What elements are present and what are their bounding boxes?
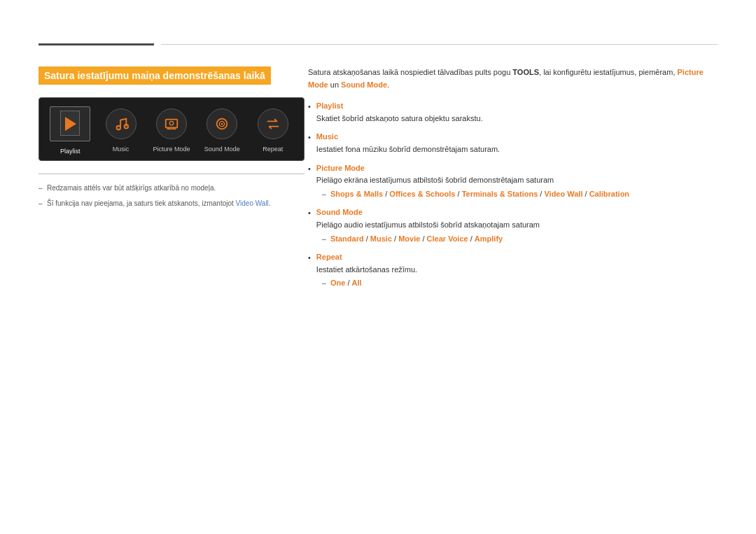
bullet-playlist-desc: Skatiet šobrīd atskaņoto satura objektu … <box>316 114 483 122</box>
svg-point-1 <box>124 125 128 129</box>
left-column: Satura iestatījumu maiņa demonstrēšanas … <box>38 66 304 209</box>
bullet-music: • Music Iestatiet fona mūziku šobrīd dem… <box>308 131 718 155</box>
bullet-sound-mode-desc: Pielägo audio iestatījumus atbilstoši šo… <box>316 220 540 229</box>
picture-mode-options: Shops & Malls / Offices & Schools / Term… <box>330 188 629 201</box>
picture-mode-label: Picture Mode <box>153 146 190 153</box>
bullet-sound-mode-title: Sound Mode <box>316 208 363 216</box>
bullet-repeat: • Repeat Iestatiet atkārtošanas režīmu. … <box>308 251 718 290</box>
bullet-music-title: Music <box>316 132 338 141</box>
note-2: – Šī funkcija nav pieejama, ja saturs ti… <box>38 198 304 209</box>
bullet-picture-mode-desc: Pielägo ekräna iestatījumus atbilstoši š… <box>316 176 554 184</box>
divider-short <box>38 43 154 45</box>
section-title: Satura iestatījumu maiņa demonstrēšanas … <box>38 66 271 85</box>
repeat-icon-item: Repeat <box>252 108 294 153</box>
bullet-repeat-title: Repeat <box>316 253 342 261</box>
bullet-playlist-title: Playlist <box>316 101 344 110</box>
repeat-sub: – One / All <box>316 277 417 290</box>
notes-section: – Redzamais attēls var būt atšķirīgs atk… <box>38 174 304 209</box>
playlist-icon-item: Playlist <box>49 106 91 155</box>
svg-rect-2 <box>166 120 178 128</box>
bullet-repeat-desc: Iestatiet atkārtošanas režīmu. <box>316 265 417 274</box>
repeat-options: One / All <box>330 277 362 290</box>
picture-mode-sub: – Shops & Malls / Offices & Schools / Te… <box>316 188 629 201</box>
repeat-label: Repeat <box>262 146 283 153</box>
bullet-music-desc: Iestatiet fona mūziku šobrīd demonstrēta… <box>316 145 500 153</box>
sound-mode-options: Standard / Music / Movie / Clear Voice /… <box>330 233 503 246</box>
bullet-picture-mode-title: Picture Mode <box>316 164 365 172</box>
icon-bar: Playlist Music Picture Mod <box>38 97 304 161</box>
sound-mode-icon-item: Sound Mode <box>201 108 243 153</box>
music-icon-item: Music <box>100 108 142 153</box>
svg-point-6 <box>221 123 223 125</box>
music-label: Music <box>113 146 130 153</box>
bullet-sound-mode: • Sound Mode Pielägo audio iestatījumus … <box>308 206 718 245</box>
picture-mode-icon-item: Picture Mode <box>150 108 192 153</box>
bullet-list: • Playlist Skatiet šobrīd atskaņoto satu… <box>308 100 718 290</box>
bullet-picture-mode: • Picture Mode Pielägo ekräna iestatījum… <box>308 162 718 201</box>
intro-paragraph: Satura atskaņošanas laikā nospiediet tāl… <box>308 66 718 91</box>
right-column: Satura atskaņošanas laikā nospiediet tāl… <box>308 66 718 296</box>
note-1: – Redzamais attēls var būt atšķirīgs atk… <box>38 183 304 193</box>
sound-mode-label: Sound Mode <box>204 146 240 153</box>
svg-point-3 <box>169 121 174 125</box>
divider-long <box>161 44 718 45</box>
bullet-playlist: • Playlist Skatiet šobrīd atskaņoto satu… <box>308 100 718 125</box>
sound-mode-sub: – Standard / Music / Movie / Clear Voice… <box>316 233 540 246</box>
playlist-label: Playlist <box>60 148 80 155</box>
